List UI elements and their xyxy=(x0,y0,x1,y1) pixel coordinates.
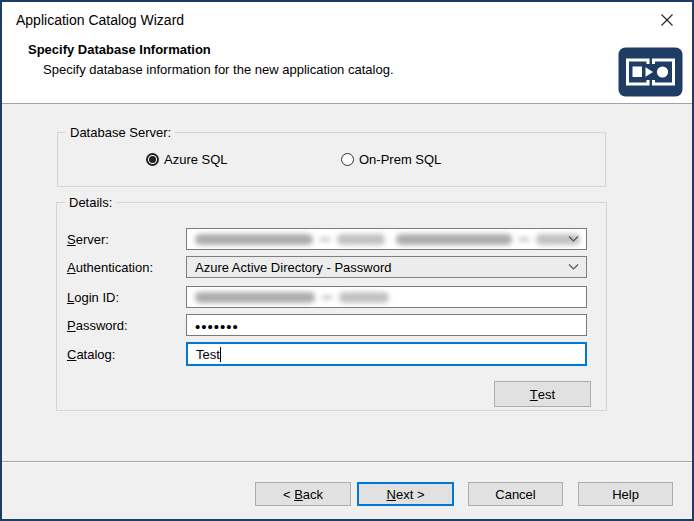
radio-onprem-sql[interactable]: On-Prem SQL xyxy=(341,152,441,167)
chevron-down-icon xyxy=(568,236,579,243)
login-id-label: Login ID: xyxy=(67,290,119,305)
application-catalog-logo-icon xyxy=(618,47,683,97)
server-redacted-value xyxy=(195,234,580,245)
radio-azure-sql[interactable]: Azure SQL xyxy=(146,152,228,167)
authentication-label: Authentication: xyxy=(67,260,153,275)
footer-divider xyxy=(2,461,692,462)
password-masked-value: ••••••• xyxy=(195,317,239,334)
catalog-label: Catalog: xyxy=(67,347,115,362)
test-button[interactable]: Test xyxy=(494,381,591,407)
radio-azure-sql-label: Azure SQL xyxy=(164,152,228,167)
page-subtitle: Specify database information for the new… xyxy=(43,62,394,77)
back-button[interactable]: < Back xyxy=(255,482,351,506)
cancel-button[interactable]: Cancel xyxy=(468,482,563,506)
database-server-group-label: Database Server: xyxy=(66,125,175,140)
application-catalog-wizard-window: Application Catalog Wizard Specify Datab… xyxy=(0,0,694,521)
catalog-value: Test xyxy=(196,347,220,362)
authentication-dropdown[interactable]: Azure Active Directory - Password xyxy=(186,256,587,278)
wizard-header: Specify Database Information Specify dat… xyxy=(2,34,692,103)
database-server-group: Database Server: Azure SQL On-Prem SQL xyxy=(57,132,606,187)
page-title: Specify Database Information xyxy=(28,42,211,57)
login-id-redacted-value xyxy=(195,292,389,303)
radio-onprem-sql-label: On-Prem SQL xyxy=(359,152,441,167)
close-button[interactable] xyxy=(652,7,682,33)
password-field[interactable]: ••••••• xyxy=(186,314,587,336)
server-label: Server: xyxy=(67,232,109,247)
window-title: Application Catalog Wizard xyxy=(16,12,184,28)
help-button[interactable]: Help xyxy=(578,482,673,506)
authentication-selected-value: Azure Active Directory - Password xyxy=(195,260,392,275)
radio-selected-icon xyxy=(146,153,159,166)
title-bar: Application Catalog Wizard xyxy=(2,2,692,34)
details-group: Details: Server: Authentication: Azure A… xyxy=(56,202,607,411)
server-combobox[interactable] xyxy=(186,228,587,250)
chevron-down-icon xyxy=(568,264,579,271)
next-button[interactable]: Next > xyxy=(357,482,454,506)
radio-unselected-icon xyxy=(341,153,354,166)
catalog-field[interactable]: Test xyxy=(186,342,587,366)
text-caret xyxy=(220,347,221,362)
details-group-label: Details: xyxy=(65,195,116,210)
wizard-body: Database Server: Azure SQL On-Prem SQL D… xyxy=(2,104,692,521)
login-id-field[interactable] xyxy=(186,286,587,308)
password-label: Password: xyxy=(67,318,128,333)
close-icon xyxy=(660,13,674,27)
